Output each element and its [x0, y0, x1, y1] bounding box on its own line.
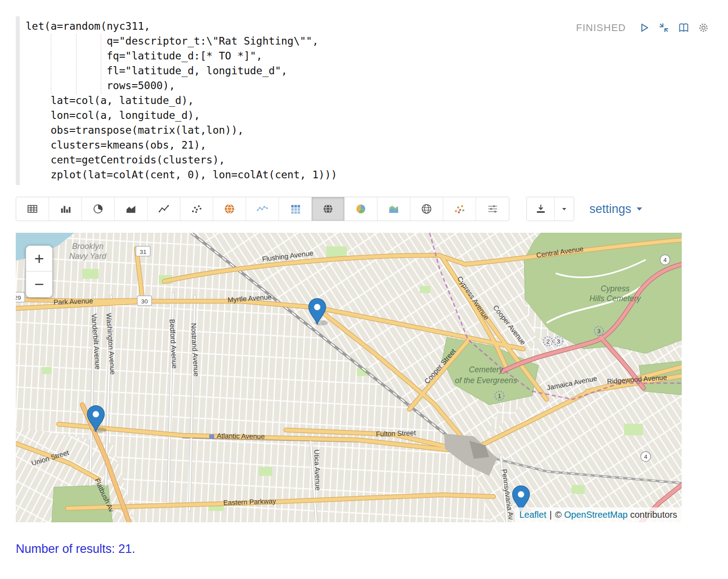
viz-pivot-grid-button[interactable]	[279, 197, 312, 221]
viz-scatter-chart-button[interactable]	[180, 197, 213, 221]
copyright-symbol: ©	[555, 510, 562, 520]
editor-gutter	[16, 16, 20, 185]
color-area-icon	[388, 203, 400, 215]
viz-bar-chart-button[interactable]	[49, 197, 82, 221]
map-label: Hills Cemetery	[589, 294, 641, 303]
route-shield-label: 30	[141, 298, 148, 305]
color-pie-icon	[355, 203, 367, 215]
paragraph-status: FINISHED	[576, 22, 626, 34]
settings-link[interactable]: settings	[589, 202, 643, 216]
globe-outline-icon	[421, 203, 432, 215]
map-label: Cypress	[601, 284, 629, 293]
play-icon	[638, 22, 650, 34]
viz-globe-button[interactable]	[410, 197, 443, 221]
book-icon	[678, 22, 690, 34]
viz-parallel-sliders-button[interactable]	[476, 197, 509, 221]
viz-line-chart-button[interactable]	[148, 197, 180, 221]
indent-guide	[76, 34, 76, 94]
viz-area-chart-button[interactable]	[115, 197, 148, 221]
download-icon	[535, 203, 547, 215]
viz-pie-chart-button[interactable]	[82, 197, 115, 221]
chevron-down-icon	[560, 204, 569, 213]
scatter-chart-icon	[191, 203, 202, 215]
code-content[interactable]: let(a=random(nyc311, q="descriptor_t:\"R…	[20, 16, 712, 185]
zoom-control: + −	[26, 245, 53, 298]
route-shield-label: 29	[16, 294, 21, 301]
map-canvas[interactable]: Brooklyn Navy Yard Flushing Avenue Centr…	[16, 233, 682, 522]
indent-guide	[51, 34, 51, 94]
zoom-out-button[interactable]: −	[26, 271, 52, 297]
map-number-marker: 4	[644, 453, 647, 460]
map-label: Utica Avenue	[313, 449, 322, 491]
paragraph-editor[interactable]: let(a=random(nyc311, q="descriptor_t:\"R…	[16, 16, 712, 185]
area-chart-icon	[125, 203, 137, 215]
viz-leaflet-map-button[interactable]	[213, 197, 246, 221]
pie-chart-icon	[92, 203, 104, 215]
table-icon	[27, 203, 38, 215]
map-label: Fulton Street	[376, 429, 416, 438]
map-label: Atlantic Avenue	[217, 432, 265, 440]
color-scatter-icon	[454, 203, 465, 215]
map-number-marker: 2	[546, 338, 549, 345]
paragraph-settings-button[interactable]	[697, 22, 710, 34]
collapse-paragraph-button[interactable]	[658, 22, 670, 34]
sparkline-icon	[256, 203, 268, 215]
map-number-marker: 3	[557, 338, 560, 345]
line-chart-icon	[158, 203, 170, 215]
viz-table-button[interactable]	[16, 197, 49, 221]
map-number-marker: 1	[498, 393, 501, 399]
show-editor-button[interactable]	[678, 22, 690, 34]
attribution-separator: |	[549, 510, 552, 520]
attribution-contributors: contributors	[630, 510, 678, 520]
map-number-marker: 3	[597, 328, 600, 335]
shrink-icon	[658, 22, 670, 34]
map-label: Navy Yard	[69, 252, 107, 261]
viz-color-pie-button[interactable]	[345, 197, 377, 221]
download-button[interactable]	[527, 197, 555, 221]
sliders-icon	[487, 203, 499, 215]
map-attribution: Leaflet|© OpenStreetMap contributors	[515, 507, 682, 522]
chevron-down-icon	[635, 205, 643, 213]
viz-map-button[interactable]	[312, 197, 345, 221]
run-paragraph-button[interactable]	[638, 22, 650, 34]
leaflet-link[interactable]: Leaflet	[519, 510, 546, 520]
map-label: Cemetery	[469, 365, 503, 374]
map-label: Park Avenue	[54, 297, 93, 306]
map-label: of the Evergreens	[455, 376, 517, 385]
openstreetmap-link[interactable]: OpenStreetMap	[564, 510, 628, 520]
route-shield-label: 31	[139, 249, 146, 255]
indent-guide	[101, 34, 101, 94]
map-number-marker: 4	[663, 257, 666, 263]
visualization-toolbar: settings	[16, 197, 712, 221]
gear-icon	[697, 22, 710, 34]
leaflet-map[interactable]: Brooklyn Navy Yard Flushing Avenue Centr…	[16, 233, 682, 522]
map-label: Brooklyn	[72, 242, 103, 251]
results-count-text: Number of results: 21.	[16, 542, 712, 556]
viz-sparkline-button[interactable]	[246, 197, 279, 221]
orange-globe-icon	[224, 203, 235, 215]
pivot-grid-icon	[289, 203, 301, 215]
bar-chart-icon	[59, 203, 71, 215]
dark-globe-map-icon	[322, 203, 334, 215]
download-options-button[interactable]	[555, 197, 574, 221]
zoom-in-button[interactable]: +	[26, 246, 52, 271]
viz-color-scatter-button[interactable]	[443, 197, 476, 221]
viz-color-area-button[interactable]	[377, 197, 410, 221]
settings-label: settings	[589, 202, 631, 216]
